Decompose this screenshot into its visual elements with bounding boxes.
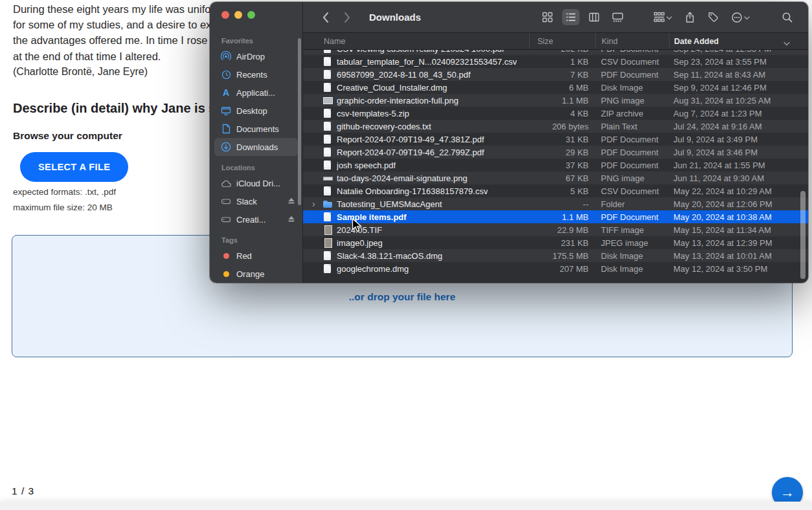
- sidebar-item-label: Creati...: [236, 215, 266, 225]
- page-counter: 1 / 3: [12, 485, 34, 497]
- column-header-size[interactable]: Size: [529, 33, 595, 49]
- sort-chevron-icon[interactable]: [784, 39, 790, 48]
- file-row[interactable]: Natalie Onboarding-1716388157879.csv5 KB…: [303, 184, 808, 197]
- file-row[interactable]: ›Taotesting_UEMSMacAgent--FolderMay 20, …: [303, 197, 808, 210]
- more-actions-button[interactable]: [728, 9, 753, 26]
- zoom-button[interactable]: [247, 11, 255, 19]
- file-name: Report-2024-07-09T19-46_22.799Z.pdf: [337, 148, 484, 157]
- gallery-view-button[interactable]: [609, 9, 627, 25]
- list-header: Name Size Kind Date Added: [303, 33, 808, 50]
- file-size: 29 KB: [529, 148, 595, 157]
- disclosure-chevron-icon[interactable]: ›: [312, 199, 322, 208]
- file-kind: CSV Document: [595, 57, 669, 67]
- eject-icon[interactable]: [288, 197, 295, 206]
- sidebar-item-tag-orange[interactable]: Orange: [214, 265, 298, 283]
- file-date-added: Jul 24, 2024 at 9:16 AM: [669, 122, 808, 131]
- sidebar-item-downloads[interactable]: Downloads: [214, 138, 298, 156]
- file-name: 2024.05.TIF: [337, 225, 382, 235]
- sidebar-item-label: AirDrop: [236, 52, 265, 61]
- file-row[interactable]: tao-days-2024-email-signature.png67 KBPN…: [303, 172, 808, 184]
- file-row[interactable]: Report-2024-07-09T19-46_22.799Z.pdf29 KB…: [303, 146, 808, 159]
- share-button[interactable]: [681, 9, 699, 26]
- forward-button[interactable]: [341, 12, 354, 23]
- file-name-cell: csv-templates-5.zip: [303, 108, 529, 118]
- file-row[interactable]: CSV viewing custom reality 210324 1000.p…: [303, 50, 808, 55]
- file-size: 4 KB: [529, 109, 595, 118]
- file-row[interactable]: 2024.05.TIF22.9 MBTIFF imageMay 15, 2024…: [303, 223, 808, 236]
- file-kind: ZIP archive: [595, 109, 669, 118]
- sidebar-item-documents[interactable]: Documents: [214, 120, 298, 138]
- file-row[interactable]: csv-templates-5.zip4 KBZIP archiveAug 7,…: [303, 107, 808, 120]
- file-name-cell: Slack-4.38.121-macOS.dmg: [303, 250, 529, 261]
- file-row[interactable]: graphic-order-interaction-full.png1.1 MB…: [303, 94, 808, 107]
- file-row[interactable]: github-recovery-codes.txt206 bytesPlain …: [303, 120, 808, 133]
- file-row[interactable]: josh speech.pdf37 KBPDF DocumentJun 21, …: [303, 159, 808, 172]
- sidebar-item-slack[interactable]: Slack: [214, 192, 298, 210]
- eject-icon[interactable]: [288, 215, 295, 225]
- file-icon: [322, 160, 333, 170]
- arrow-right-icon: →: [780, 484, 795, 500]
- tag-icon: [220, 269, 232, 279]
- file-row[interactable]: Sample items.pdf1.1 MBPDF DocumentMay 20…: [303, 210, 808, 223]
- group-by-button[interactable]: [650, 9, 675, 25]
- file-row[interactable]: Slack-4.38.121-macOS.dmg175.5 MBDisk Ima…: [303, 249, 808, 262]
- file-icon: [322, 50, 333, 54]
- file-kind: PDF Document: [595, 161, 669, 170]
- window-controls: [210, 2, 302, 29]
- file-icon: [322, 82, 333, 93]
- sidebar-item-applications[interactable]: AApplicati...: [214, 83, 298, 102]
- file-name-cell: Sample items.pdf: [303, 212, 529, 222]
- file-icon: [322, 134, 333, 144]
- sidebar-item-icloud-drive[interactable]: iCloud Dri...: [214, 174, 298, 192]
- file-size: 1.1 MB: [529, 212, 595, 222]
- file-date-added: Sep 11, 2024 at 8:43 AM: [669, 70, 808, 80]
- file-kind: PDF Document: [595, 50, 669, 54]
- file-name: 69587099_2024-8-11 08_43_50.pdf: [337, 70, 471, 80]
- file-row[interactable]: image0.jpeg231 KBJPEG imageMay 13, 2024 …: [303, 236, 808, 249]
- disk-icon: [220, 214, 232, 225]
- recents-icon: [220, 69, 232, 80]
- file-name: tao-days-2024-email-signature.png: [337, 173, 468, 183]
- close-button[interactable]: [221, 11, 229, 19]
- sidebar-item-tag-red[interactable]: Red: [214, 247, 298, 265]
- finder-window: FavoritesAirDropRecentsAApplicati...Desk…: [210, 2, 808, 283]
- back-button[interactable]: [319, 12, 332, 23]
- file-row[interactable]: Report-2024-07-09T19-49_47.381Z.pdf31 KB…: [303, 133, 808, 146]
- file-name: github-recovery-codes.txt: [337, 122, 431, 131]
- file-name: image0.jpeg: [337, 238, 383, 248]
- minimize-button[interactable]: [234, 11, 242, 19]
- applications-icon: A: [220, 87, 232, 98]
- search-button[interactable]: [778, 9, 796, 26]
- file-name: josh speech.pdf: [337, 161, 396, 170]
- file-size: 1.1 MB: [529, 96, 595, 105]
- list-scrollbar[interactable]: [800, 191, 806, 279]
- sidebar-item-creative[interactable]: Creati...: [214, 210, 298, 228]
- file-row[interactable]: googlechrome.dmg207 MBDisk ImageMay 12, …: [303, 262, 808, 275]
- citation-text: (Charlotte Brontë, Jane Eyre): [13, 66, 148, 78]
- file-name-cell: graphic-order-interaction-full.png: [303, 95, 529, 105]
- file-row[interactable]: Creative_Cloud_Installer.dmg6 MBDisk Ima…: [303, 81, 808, 94]
- list-view-button[interactable]: [562, 9, 580, 25]
- select-file-button[interactable]: SELECT A FILE: [20, 152, 128, 182]
- file-size: --: [529, 199, 595, 209]
- file-date-added: Aug 31, 2024 at 10:25 AM: [669, 96, 808, 105]
- sidebar-item-airdrop[interactable]: AirDrop: [214, 47, 298, 65]
- column-view-button[interactable]: [585, 9, 603, 25]
- file-row[interactable]: tabular_template_for_N...024092321553457…: [303, 55, 808, 68]
- file-name-cell: Report-2024-07-09T19-46_22.799Z.pdf: [303, 147, 529, 157]
- file-size: 206 bytes: [529, 122, 595, 131]
- sidebar-item-desktop[interactable]: Desktop: [214, 102, 298, 120]
- sidebar-item-recents[interactable]: Recents: [214, 65, 298, 83]
- sidebar-item-label: Red: [236, 251, 252, 261]
- icon-view-button[interactable]: [539, 9, 556, 25]
- tags-button[interactable]: [705, 9, 722, 25]
- file-kind: Plain Text: [595, 122, 669, 131]
- file-icon: [322, 263, 333, 274]
- sidebar-scrollbar[interactable]: [298, 38, 301, 205]
- column-header-name[interactable]: Name: [303, 33, 529, 49]
- file-row[interactable]: 69587099_2024-8-11 08_43_50.pdf7 KBPDF D…: [303, 68, 808, 81]
- file-name: Taotesting_UEMSMacAgent: [337, 199, 442, 209]
- sidebar-item-label: Desktop: [236, 106, 267, 116]
- file-icon: [322, 173, 333, 183]
- column-header-kind[interactable]: Kind: [595, 33, 669, 49]
